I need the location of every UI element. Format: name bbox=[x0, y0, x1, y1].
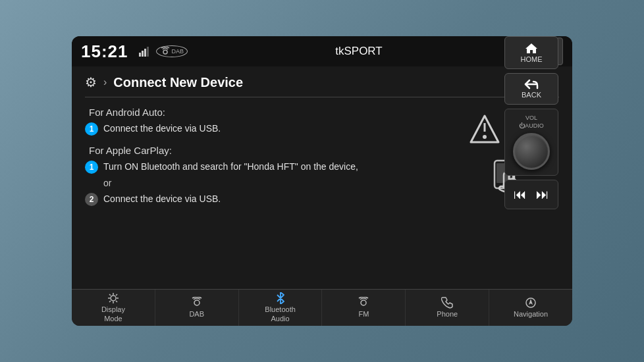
nav-display-mode-label: DisplayMode bbox=[101, 305, 125, 323]
svg-rect-0 bbox=[139, 53, 141, 57]
android-auto-icon bbox=[468, 113, 501, 146]
main-screen: 15:21 DAB tkSPORT bbox=[72, 36, 572, 326]
nav-fm-icon bbox=[358, 297, 369, 309]
display-mode-icon bbox=[107, 292, 119, 304]
prev-track-button[interactable]: ⏮ bbox=[514, 187, 527, 202]
top-bar: 15:21 DAB tkSPORT bbox=[72, 36, 572, 66]
radio-wave-icon bbox=[160, 47, 171, 56]
nav-dab-label: DAB bbox=[189, 310, 204, 319]
apple-step1: 1 Turn ON Bluetooth and search for "Hond… bbox=[85, 160, 441, 174]
next-track-button[interactable]: ⏭ bbox=[536, 187, 549, 202]
nav-dab[interactable]: DAB bbox=[155, 290, 239, 326]
home-label: HOME bbox=[521, 55, 543, 63]
dab-label: DAB bbox=[172, 48, 184, 55]
nav-phone-label: Phone bbox=[437, 310, 458, 319]
connect-title-row: ⚙ › Connect New Device bbox=[85, 74, 559, 97]
home-button[interactable]: HOME bbox=[504, 36, 558, 69]
svg-point-4 bbox=[163, 50, 167, 54]
android-step1: 1 Connect the device via USB. bbox=[85, 122, 441, 136]
back-label: BACK bbox=[522, 91, 541, 99]
svg-marker-24 bbox=[529, 299, 533, 305]
nav-bluetooth-audio-label: BluetoothAudio bbox=[265, 305, 295, 323]
signal-area: DAB bbox=[139, 45, 188, 57]
apple-step2: 2 Connect the device via USB. bbox=[85, 192, 441, 206]
or-text: or bbox=[85, 178, 441, 188]
svg-rect-3 bbox=[147, 47, 149, 57]
settings-gear-icon: ⚙ bbox=[85, 74, 97, 90]
nav-navigation-label: Navigation bbox=[514, 310, 548, 319]
vol-label: VOL⏻AUDIO bbox=[519, 115, 544, 130]
station-name: tkSPORT bbox=[194, 45, 523, 58]
svg-point-6 bbox=[483, 135, 487, 139]
nav-fm-label: FM bbox=[358, 310, 369, 319]
nav-navigation[interactable]: Navigation bbox=[489, 290, 572, 326]
home-icon bbox=[524, 42, 539, 54]
nav-bluetooth-audio[interactable]: BluetoothAudio bbox=[239, 290, 323, 326]
signal-bars-icon bbox=[139, 46, 152, 57]
svg-line-18 bbox=[116, 301, 117, 302]
apple-step2-badge: 2 bbox=[85, 193, 98, 206]
vol-audio-control[interactable]: VOL⏻AUDIO bbox=[504, 109, 558, 176]
apple-section-title: For Apple CarPlay: bbox=[85, 145, 441, 156]
back-icon bbox=[524, 79, 539, 90]
android-auto-section: For Android Auto: 1 Connect the device v… bbox=[85, 107, 441, 136]
navigation-icon bbox=[525, 297, 537, 309]
apple-step2-text: Connect the device via USB. bbox=[103, 192, 221, 205]
back-button[interactable]: BACK bbox=[504, 73, 558, 105]
instructions-panel: For Android Auto: 1 Connect the device v… bbox=[85, 107, 454, 281]
android-step1-text: Connect the device via USB. bbox=[103, 122, 221, 135]
transport-controls: ⏮ ⏭ bbox=[504, 180, 558, 209]
nav-fm[interactable]: FM bbox=[322, 290, 406, 326]
chevron-right-icon: › bbox=[103, 76, 107, 88]
content-area: For Android Auto: 1 Connect the device v… bbox=[85, 107, 559, 281]
svg-line-17 bbox=[109, 294, 111, 296]
svg-rect-2 bbox=[144, 49, 146, 57]
svg-line-19 bbox=[116, 294, 117, 296]
apple-step1-text: Turn ON Bluetooth and search for "Honda … bbox=[103, 160, 358, 173]
bluetooth-icon bbox=[276, 292, 285, 304]
apple-step1-badge: 1 bbox=[85, 161, 98, 174]
vol-knob[interactable] bbox=[513, 133, 550, 170]
step-1-badge: 1 bbox=[85, 122, 98, 136]
svg-marker-25 bbox=[525, 43, 537, 53]
svg-line-20 bbox=[109, 301, 111, 302]
phone-icon bbox=[441, 297, 453, 309]
apple-carplay-section: For Apple CarPlay: 1 Turn ON Bluetooth a… bbox=[85, 145, 441, 206]
nav-dab-icon bbox=[191, 297, 203, 309]
dab-badge: DAB bbox=[156, 45, 188, 57]
main-content-area: ⚙ › Connect New Device For Android Auto:… bbox=[72, 66, 572, 289]
svg-point-21 bbox=[194, 300, 200, 305]
android-section-title: For Android Auto: bbox=[85, 107, 441, 118]
clock-display: 15:21 bbox=[81, 41, 128, 62]
nav-phone[interactable]: Phone bbox=[406, 290, 489, 326]
svg-point-22 bbox=[361, 300, 366, 305]
right-panel: HOME BACK VOL⏻AUDIO ⏮ ⏭ bbox=[504, 36, 558, 209]
svg-rect-1 bbox=[142, 51, 144, 57]
bottom-nav-bar: DisplayMode DAB BluetoothAudio bbox=[72, 289, 572, 326]
svg-point-12 bbox=[111, 296, 116, 301]
connect-new-device-title: Connect New Device bbox=[113, 75, 243, 90]
nav-display-mode[interactable]: DisplayMode bbox=[72, 290, 155, 326]
